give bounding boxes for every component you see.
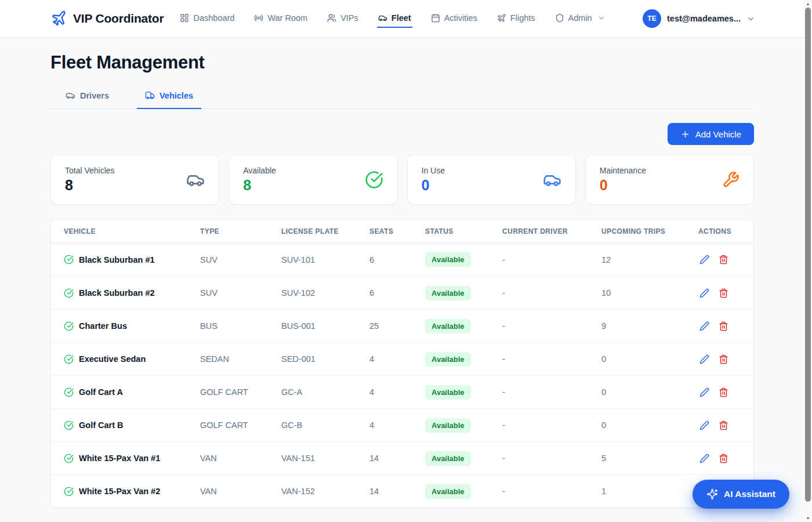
user-menu[interactable]: TE test@madeames... — [643, 9, 755, 28]
nav-item-label: War Room — [267, 13, 307, 23]
brand[interactable]: VIP Coordinator — [51, 10, 164, 27]
current-driver: - — [502, 454, 601, 463]
stat-label: Available — [243, 166, 383, 175]
car-icon — [378, 13, 387, 23]
nav-item-label: Dashboard — [193, 13, 234, 23]
vehicle-name: Black Suburban #2 — [79, 288, 155, 298]
scrollbar-thumb[interactable] — [805, 8, 811, 502]
current-driver: - — [502, 321, 601, 331]
upcoming-trips: 0 — [601, 354, 698, 364]
table-row: Black Suburban #1 SUV SUV-101 6 Availabl… — [51, 243, 753, 276]
license-plate: SUV-102 — [281, 288, 369, 298]
license-plate: VAN-151 — [281, 454, 369, 463]
plus-icon — [680, 129, 690, 139]
check-circle-icon — [64, 454, 74, 463]
nav-item-vips[interactable]: VIPs — [326, 10, 360, 28]
edit-button[interactable] — [698, 287, 710, 299]
stat-label: Maintenance — [600, 166, 740, 175]
scroll-up-arrow[interactable]: ▲ — [804, 2, 812, 6]
user-email: test@madeames... — [667, 14, 741, 23]
status-badge: Available — [425, 252, 471, 267]
upcoming-trips: 5 — [601, 454, 698, 463]
current-driver: - — [502, 420, 601, 430]
license-plate: BUS-001 — [281, 321, 369, 331]
ai-assistant-label: AI Assistant — [724, 489, 775, 499]
status-badge: Available — [425, 451, 471, 466]
column-header-upcoming-trips: Upcoming Trips — [601, 227, 698, 235]
seats: 4 — [369, 354, 425, 364]
column-header-license-plate: License Plate — [281, 227, 369, 235]
current-driver: - — [502, 387, 601, 397]
edit-button[interactable] — [698, 386, 710, 398]
license-plate: SED-001 — [281, 354, 369, 364]
seats: 14 — [369, 487, 425, 496]
current-driver: - — [502, 354, 601, 364]
vehicle-type: SUV — [200, 255, 281, 264]
status-badge: Available — [425, 352, 471, 367]
delete-button[interactable] — [717, 353, 730, 365]
check-circle-icon — [64, 420, 74, 430]
edit-button[interactable] — [698, 419, 710, 432]
scrollbar[interactable]: ▲ ▼ — [804, 0, 812, 522]
vehicle-type: SEDAN — [200, 354, 281, 364]
add-vehicle-button[interactable]: Add Vehicle — [668, 123, 754, 145]
navbar: VIP Coordinator Dashboard War Room VIPs … — [0, 0, 812, 37]
seats: 6 — [369, 255, 425, 264]
seats: 14 — [369, 454, 425, 463]
vehicle-name: Black Suburban #1 — [79, 255, 155, 264]
vehicle-name: Golf Cart B — [79, 420, 124, 430]
nav-item-fleet[interactable]: Fleet — [377, 10, 412, 28]
table-header: Vehicle Type License Plate Seats Status … — [51, 220, 753, 243]
seats: 6 — [369, 288, 425, 298]
nav-item-admin[interactable]: Admin — [554, 10, 607, 28]
nav-item-activities[interactable]: Activities — [430, 10, 478, 28]
nav-item-dashboard[interactable]: Dashboard — [179, 10, 235, 28]
check-circle-icon — [64, 321, 74, 331]
stat-value: 0 — [600, 177, 740, 194]
status-badge: Available — [425, 484, 471, 499]
edit-button[interactable] — [698, 353, 710, 365]
nav-item-war-room[interactable]: War Room — [253, 10, 309, 28]
car-icon — [543, 171, 561, 189]
delete-button[interactable] — [717, 320, 730, 332]
nav-item-flights[interactable]: Flights — [496, 10, 536, 28]
avatar: TE — [643, 9, 661, 28]
edit-button[interactable] — [698, 452, 710, 465]
column-header-status: Status — [425, 227, 502, 235]
ai-assistant-button[interactable]: AI Assistant — [693, 480, 789, 509]
tab-drivers[interactable]: Drivers — [57, 90, 117, 109]
wrench-icon — [722, 171, 740, 188]
delete-button[interactable] — [717, 253, 730, 266]
column-header-vehicle: Vehicle — [64, 227, 200, 235]
stat-cards: Total Vehicles 8 Available 8 In Use 0 Ma… — [50, 154, 754, 205]
nav-item-label: Flights — [510, 13, 535, 23]
stat-value: 8 — [65, 177, 205, 194]
stat-card-available: Available 8 — [229, 154, 397, 205]
stat-value: 8 — [243, 177, 383, 194]
vehicle-name: White 15-Pax Van #1 — [79, 454, 160, 463]
brand-name: VIP Coordinator — [73, 12, 164, 26]
edit-button[interactable] — [698, 253, 710, 266]
nav-links: Dashboard War Room VIPs Fleet Activities… — [179, 10, 606, 28]
delete-button[interactable] — [717, 452, 730, 465]
table-row: White 15-Pax Van #1 VAN VAN-151 14 Avail… — [51, 441, 753, 474]
delete-button[interactable] — [717, 386, 730, 398]
current-driver: - — [502, 487, 601, 496]
check-circle-icon — [64, 354, 74, 364]
scroll-down-arrow[interactable]: ▼ — [804, 516, 812, 520]
delete-button[interactable] — [717, 287, 730, 299]
check-circle-icon — [64, 387, 74, 397]
status-badge: Available — [425, 385, 471, 400]
edit-button[interactable] — [698, 320, 710, 332]
vehicle-name: Executive Sedan — [79, 354, 146, 364]
tab-vehicles[interactable]: Vehicles — [137, 90, 201, 109]
status-badge: Available — [425, 418, 471, 433]
table-row: Golf Cart A GOLF CART GC-A 4 Available -… — [51, 375, 753, 408]
shield-icon — [555, 13, 564, 23]
vehicle-name: White 15-Pax Van #2 — [79, 487, 160, 496]
delete-button[interactable] — [717, 419, 730, 432]
tab-label: Vehicles — [160, 91, 193, 100]
car-icon — [66, 90, 75, 100]
stat-card-total-vehicles: Total Vehicles 8 — [50, 154, 219, 205]
page-title: Fleet Management — [50, 52, 754, 73]
